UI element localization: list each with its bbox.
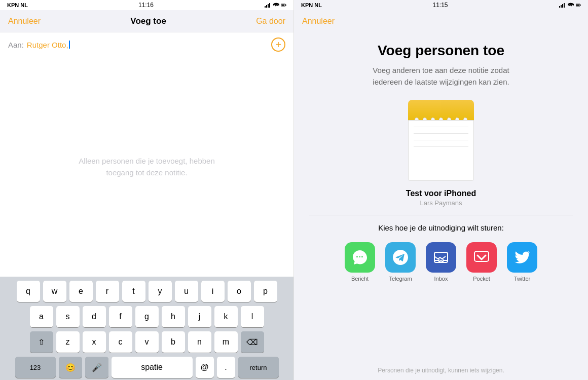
key-g[interactable]: g — [135, 306, 159, 327]
text-cursor — [69, 41, 70, 49]
space-key[interactable]: spatie — [112, 357, 193, 378]
right-carrier: KPN NL — [301, 2, 322, 8]
notes-line — [414, 146, 468, 147]
key-i[interactable]: i — [201, 281, 225, 302]
share-item-pocket[interactable]: Pocket — [466, 242, 497, 282]
key-a[interactable]: a — [30, 306, 53, 327]
notes-line — [414, 133, 468, 134]
key-c[interactable]: c — [109, 331, 132, 353]
share-item-twitter[interactable]: Twitter — [507, 242, 537, 282]
notes-line — [414, 140, 468, 140]
notes-body — [408, 120, 474, 181]
key-r[interactable]: r — [96, 281, 119, 302]
pocket-icon[interactable] — [466, 242, 497, 273]
right-status-bar: KPN NL 11:15 — [294, 0, 588, 10]
notes-illustration — [408, 100, 474, 181]
svg-rect-1 — [282, 5, 284, 6]
key-x[interactable]: x — [83, 331, 106, 353]
right-panel: KPN NL 11:15 Annuleer Voeg personen toe … — [294, 0, 588, 380]
note-author: Lars Paymans — [420, 199, 462, 207]
left-nav-bar: Annuleer Voeg toe Ga door — [0, 10, 293, 32]
left-proceed-button[interactable]: Ga door — [256, 17, 285, 26]
messages-icon[interactable] — [345, 242, 375, 273]
left-status-icons — [264, 3, 286, 8]
share-item-inbox[interactable]: Inbox — [426, 242, 456, 282]
return-key[interactable]: return — [238, 357, 279, 378]
key-j[interactable]: j — [188, 306, 211, 327]
key-p[interactable]: p — [254, 281, 277, 302]
left-status-bar: KPN NL 11:16 — [0, 0, 293, 10]
left-nav-title: Voeg toe — [130, 16, 166, 26]
key-o[interactable]: o — [228, 281, 251, 302]
numbers-key[interactable]: 123 — [15, 357, 56, 378]
key-q[interactable]: q — [17, 281, 40, 302]
twitter-icon[interactable] — [507, 242, 537, 273]
kb-row-2: a s d f g h j k l — [2, 306, 291, 327]
note-title: Test voor iPhoned — [406, 189, 476, 198]
bottom-hint: Personen die je uitnodigt, kunnen iets w… — [370, 361, 512, 380]
divider — [309, 215, 573, 215]
messages-label: Bericht — [351, 276, 369, 282]
right-title: Voeg personen toe — [378, 43, 504, 59]
mic-key[interactable]: 🎤 — [85, 357, 108, 378]
key-l[interactable]: l — [241, 306, 264, 327]
kb-row-4: 123 😊 🎤 spatie @ . return — [2, 357, 291, 378]
share-item-messages[interactable]: Bericht — [345, 242, 375, 282]
key-b[interactable]: b — [162, 331, 185, 353]
key-d[interactable]: d — [83, 306, 106, 327]
svg-rect-5 — [580, 5, 581, 6]
key-s[interactable]: s — [56, 306, 80, 327]
inbox-icon[interactable] — [426, 242, 456, 273]
shift-key[interactable]: ⇧ — [30, 331, 53, 353]
at-key[interactable]: @ — [196, 357, 214, 378]
telegram-label: Telegram — [389, 276, 412, 282]
pocket-label: Pocket — [473, 276, 490, 282]
keyboard: q w e r t y u i o p a s d f g h j k l ⇧ … — [0, 277, 293, 380]
right-cancel-button[interactable]: Annuleer — [302, 17, 335, 26]
key-v[interactable]: v — [135, 331, 159, 353]
period-key[interactable]: . — [217, 357, 235, 378]
svg-rect-2 — [285, 5, 286, 6]
telegram-icon[interactable] — [385, 242, 416, 273]
share-label: Kies hoe je de uitnodiging wilt sturen: — [378, 223, 504, 232]
right-subtitle: Voeg anderen toe aan deze notitie zodat … — [373, 65, 509, 88]
twitter-label: Twitter — [514, 276, 530, 282]
key-e[interactable]: e — [69, 281, 93, 302]
right-nav-bar: Annuleer — [294, 10, 588, 32]
key-n[interactable]: n — [188, 331, 211, 353]
backspace-key[interactable]: ⌫ — [241, 331, 264, 353]
left-cancel-button[interactable]: Annuleer — [8, 17, 41, 26]
inbox-label: Inbox — [434, 276, 448, 282]
right-status-icons — [559, 3, 581, 8]
key-h[interactable]: h — [162, 306, 185, 327]
key-u[interactable]: u — [175, 281, 198, 302]
key-y[interactable]: y — [149, 281, 172, 302]
key-m[interactable]: m — [214, 331, 238, 353]
emoji-key[interactable]: 😊 — [59, 357, 82, 378]
kb-row-1: q w e r t y u i o p — [2, 281, 291, 302]
key-k[interactable]: k — [214, 306, 238, 327]
key-f[interactable]: f — [109, 306, 132, 327]
add-person-button[interactable]: + — [271, 37, 285, 52]
kb-row-3: ⇧ z x c v b n m ⌫ — [2, 331, 291, 353]
notes-line — [414, 127, 468, 127]
hint-text: Alleen personen die je toevoegt, hebben … — [79, 156, 215, 178]
right-time: 11:15 — [432, 2, 448, 9]
share-row: Bericht Telegram Inbox Poc — [345, 242, 537, 282]
left-time: 11:16 — [138, 2, 154, 9]
right-content: Voeg personen toe Voeg anderen toe aan d… — [294, 32, 588, 380]
key-t[interactable]: t — [122, 281, 145, 302]
svg-rect-4 — [576, 5, 579, 6]
left-panel: KPN NL 11:16 Annuleer Voeg toe Ga door A… — [0, 0, 294, 380]
hint-area: Alleen personen die je toevoegt, hebben … — [0, 57, 293, 277]
to-field[interactable]: Aan: Rutger Otto, + — [0, 32, 293, 57]
key-w[interactable]: w — [43, 281, 66, 302]
left-carrier: KPN NL — [7, 2, 28, 8]
to-label: Aan: — [8, 41, 24, 49]
recipient-name: Rutger Otto, — [27, 41, 68, 49]
key-z[interactable]: z — [56, 331, 80, 353]
share-item-telegram[interactable]: Telegram — [385, 242, 416, 282]
